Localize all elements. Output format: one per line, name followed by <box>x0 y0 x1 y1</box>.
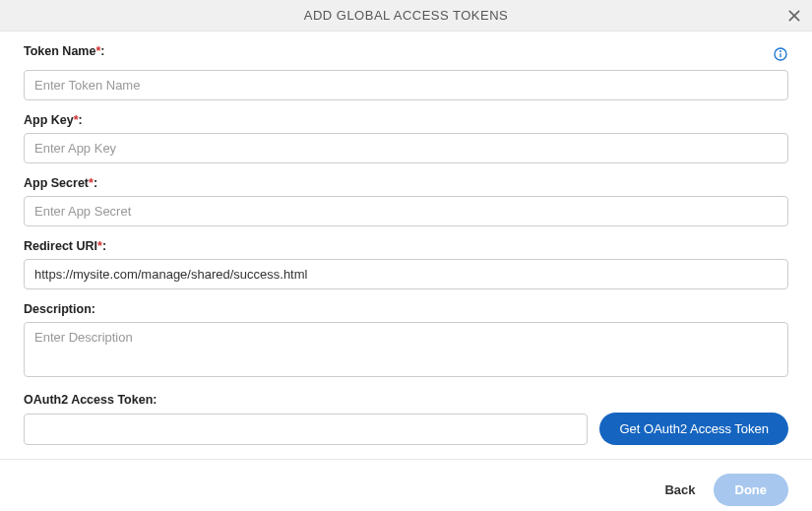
token-name-input[interactable] <box>24 70 788 100</box>
redirect-uri-label: Redirect URI*: <box>24 239 106 253</box>
app-secret-input[interactable] <box>24 196 788 226</box>
done-button[interactable]: Done <box>714 474 789 506</box>
close-icon[interactable] <box>786 8 802 24</box>
dialog-title: ADD GLOBAL ACCESS TOKENS <box>304 8 509 23</box>
svg-point-4 <box>781 50 781 51</box>
back-button[interactable]: Back <box>664 482 695 497</box>
token-name-label: Token Name*: <box>24 44 104 58</box>
description-label: Description: <box>24 302 95 316</box>
oauth-token-input[interactable] <box>24 414 588 445</box>
info-icon[interactable] <box>773 46 788 62</box>
app-secret-label: App Secret*: <box>24 176 97 190</box>
oauth-token-label: OAuth2 Access Token: <box>24 393 156 407</box>
app-key-input[interactable] <box>24 133 788 163</box>
form-body: Token Name*: App Key*: App Secret*: Redi… <box>0 32 812 445</box>
description-input[interactable] <box>24 322 788 377</box>
redirect-uri-input[interactable] <box>24 259 788 289</box>
dialog-header: ADD GLOBAL ACCESS TOKENS <box>0 0 812 32</box>
app-key-label: App Key*: <box>24 113 83 127</box>
dialog-footer: Back Done <box>0 459 812 511</box>
get-oauth-token-button[interactable]: Get OAuth2 Access Token <box>599 413 788 445</box>
